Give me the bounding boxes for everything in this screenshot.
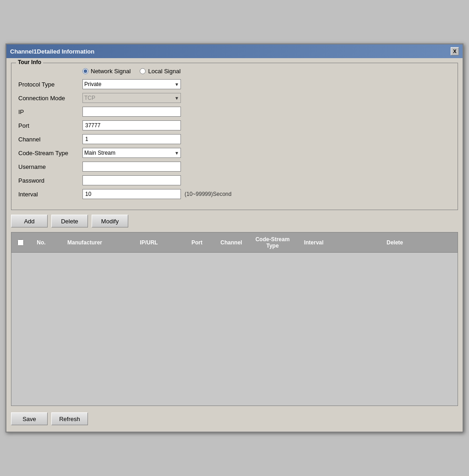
- header-checkbox-cell: [11, 238, 30, 248]
- header-port: Port: [181, 238, 213, 248]
- table-header: No. Manufacturer IP/URL Port Channel Cod…: [11, 233, 458, 253]
- password-label: Password: [18, 177, 82, 184]
- header-interval: Interval: [295, 238, 332, 248]
- codestream-row: Code-Stream Type Main Stream Sub Stream: [18, 148, 451, 158]
- header-channel: Channel: [213, 238, 250, 248]
- local-signal-radio[interactable]: [140, 68, 146, 74]
- refresh-button[interactable]: Refresh: [51, 412, 88, 425]
- port-row: Port: [18, 120, 451, 130]
- dialog-body: Tour Info Network Signal Local Signal Pr…: [6, 58, 463, 432]
- channel-label: Channel: [18, 136, 82, 143]
- ip-label: IP: [18, 108, 82, 115]
- close-button[interactable]: X: [451, 47, 459, 55]
- local-signal-label: Local Signal: [148, 68, 180, 75]
- save-button[interactable]: Save: [11, 412, 48, 425]
- connection-mode-row: Connection Mode TCP UDP: [18, 93, 451, 103]
- port-label: Port: [18, 122, 82, 129]
- dialog-title: Channel1Detailed Information: [10, 48, 94, 55]
- port-input[interactable]: [82, 120, 181, 130]
- signal-type-row: Network Signal Local Signal: [82, 68, 451, 75]
- connection-mode-label: Connection Mode: [18, 95, 82, 102]
- ip-input[interactable]: [82, 107, 181, 117]
- header-no: No.: [30, 238, 53, 248]
- interval-input[interactable]: [82, 189, 181, 199]
- modify-button[interactable]: Modify: [92, 215, 128, 227]
- network-signal-radio[interactable]: [82, 68, 88, 74]
- connection-mode-select[interactable]: TCP UDP: [82, 93, 181, 103]
- password-row: Password: [18, 175, 451, 185]
- codestream-select-wrapper: Main Stream Sub Stream: [82, 148, 181, 158]
- interval-label: Interval: [18, 191, 82, 198]
- network-signal-option[interactable]: Network Signal: [82, 68, 131, 75]
- channel-input[interactable]: [82, 134, 181, 144]
- tour-info-group: Tour Info Network Signal Local Signal Pr…: [11, 63, 458, 210]
- connection-mode-select-wrapper: TCP UDP: [82, 93, 181, 103]
- local-signal-option[interactable]: Local Signal: [140, 68, 180, 75]
- username-input[interactable]: [82, 162, 181, 172]
- select-all-checkbox[interactable]: [17, 239, 24, 246]
- ip-row: IP: [18, 107, 451, 117]
- protocol-type-row: Protocol Type Private ONVIF RTSP: [18, 79, 451, 89]
- action-buttons-row: Add Delete Modify: [11, 215, 458, 227]
- group-title: Tour Info: [16, 59, 43, 65]
- add-button[interactable]: Add: [11, 215, 48, 227]
- title-bar: Channel1Detailed Information X: [6, 44, 463, 58]
- password-input[interactable]: [82, 175, 181, 185]
- username-row: Username: [18, 162, 451, 172]
- codestream-select[interactable]: Main Stream Sub Stream: [82, 148, 181, 158]
- network-signal-label: Network Signal: [91, 68, 131, 75]
- interval-hint: (10~99999)Second: [185, 191, 231, 197]
- protocol-type-select-wrapper: Private ONVIF RTSP: [82, 79, 181, 89]
- header-delete: Delete: [332, 238, 458, 248]
- protocol-type-label: Protocol Type: [18, 81, 82, 88]
- header-codestream: Code-StreamType: [250, 234, 295, 251]
- username-label: Username: [18, 163, 82, 170]
- header-ip: IP/URL: [117, 238, 181, 248]
- bottom-buttons-row: Save Refresh: [11, 411, 458, 427]
- header-manufacturer: Manufacturer: [53, 238, 117, 248]
- table-body: [11, 253, 458, 406]
- data-table: No. Manufacturer IP/URL Port Channel Cod…: [11, 232, 458, 406]
- interval-row: Interval (10~99999)Second: [18, 189, 451, 199]
- main-dialog: Channel1Detailed Information X Tour Info…: [5, 43, 464, 433]
- protocol-type-select[interactable]: Private ONVIF RTSP: [82, 79, 181, 89]
- codestream-label: Code-Stream Type: [18, 150, 82, 157]
- delete-button[interactable]: Delete: [51, 215, 88, 227]
- channel-row: Channel: [18, 134, 451, 144]
